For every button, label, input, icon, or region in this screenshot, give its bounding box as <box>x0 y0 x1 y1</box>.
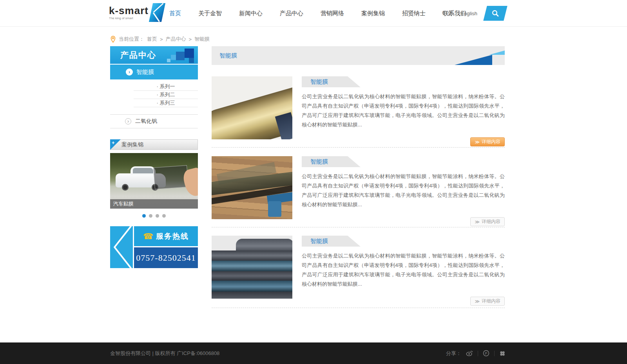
bullet: · <box>157 100 158 106</box>
divider <box>212 227 505 227</box>
triangle-decoration <box>489 50 505 55</box>
plus-icon: + <box>112 140 115 146</box>
telephone-icon: ☎ <box>143 232 153 241</box>
pixel-decoration <box>171 55 176 60</box>
pixel-decoration <box>167 59 170 62</box>
detail-button-label: 详细内容 <box>482 139 500 145</box>
hotline-right: ☎ 服务热线 0757-82502541 <box>134 226 198 268</box>
logo-tagline: The king of smart <box>109 16 149 20</box>
footer: 金智股份有限公司 | 版权所有 广ICP备:06006808 分享： P <box>0 342 627 364</box>
breadcrumb-label: 当前位置： <box>119 36 144 43</box>
carousel-dot-4[interactable] <box>162 214 166 218</box>
section-header: 智能膜 <box>212 46 505 65</box>
header: k-smart The king of smart 首页 关于金智 新闻中心 产… <box>0 0 627 27</box>
main-nav: 首页 关于金智 新闻中心 产品中心 营销网络 案例集锦 招贤纳士 联系我们 <box>169 0 466 27</box>
breadcrumb-current[interactable]: 智能膜 <box>194 36 210 43</box>
k-smart-mark-icon <box>110 226 133 268</box>
search-icon <box>491 9 499 17</box>
bullet: · <box>157 92 158 97</box>
logo-name: k-smart <box>109 5 149 16</box>
sidebar-subitem-series3[interactable]: · 系列三 <box>134 99 198 107</box>
product-title: 智能膜 <box>310 158 328 166</box>
double-arrow-icon: ≫ <box>475 219 480 225</box>
detail-button-label: 详细内容 <box>482 298 500 305</box>
carousel-dot-3[interactable] <box>156 214 159 218</box>
clover-icon[interactable] <box>499 350 506 357</box>
double-arrow-icon: ≫ <box>475 299 480 304</box>
nav-item-news[interactable]: 新闻中心 <box>239 10 263 17</box>
breadcrumb-separator: > <box>160 36 163 42</box>
arrow-circle-icon: › <box>126 68 133 76</box>
hotline-number-bar: 0757-82502541 <box>134 247 198 268</box>
detail-button[interactable]: ≫ 详细内容 <box>470 297 505 306</box>
pixel-decoration <box>176 52 185 60</box>
lang-separator: | <box>456 11 457 16</box>
detail-button[interactable]: ≫ 详细内容 <box>470 217 505 226</box>
product-title-tab: 智能膜 <box>302 76 361 87</box>
product-image-gold-film-roll[interactable] <box>212 76 292 139</box>
case-collection-title: 案例集锦 <box>121 141 143 148</box>
case-caption: 汽车贴膜 <box>110 199 198 209</box>
icon-separator <box>478 351 478 356</box>
sidebar-item-label: 二氧化钒 <box>135 118 157 125</box>
product-description: 公司主营业务是以二氧化钒为核心材料的智能节能贴膜，智能节能涂料，纳米粉体等。公司… <box>302 172 505 209</box>
hotline-title: 服务热线 <box>156 231 189 241</box>
page: k-smart The king of smart 首页 关于金智 新闻中心 产… <box>0 0 627 364</box>
nav-item-home[interactable]: 首页 <box>169 10 181 17</box>
detail-button[interactable]: ≫ 详细内容 <box>470 137 505 146</box>
pixel-decoration <box>189 58 194 63</box>
product-image-dark-film-rolls[interactable] <box>212 236 292 299</box>
case-collection-widget: + 案例集锦 汽车贴膜 <box>110 139 198 218</box>
sidebar-subitem-series1[interactable]: · 系列一 <box>134 83 198 91</box>
share-label: 分享： <box>446 350 461 357</box>
breadcrumb: 当前位置： 首页 > 产品中心 > 智能膜 <box>110 34 210 44</box>
product-title-tab: 智能膜 <box>302 236 361 247</box>
nav-item-marketing[interactable]: 营销网络 <box>321 10 344 17</box>
product-body: 智能膜 公司主营业务是以二氧化钒为核心材料的智能节能贴膜，智能节能涂料，纳米粉体… <box>302 156 505 219</box>
language-switch: 中文 | English <box>442 0 477 27</box>
case-collection-header: + 案例集锦 <box>110 139 198 150</box>
nav-item-about[interactable]: 关于金智 <box>198 10 222 17</box>
bullet: · <box>157 83 158 89</box>
nav-item-products[interactable]: 产品中心 <box>280 10 303 17</box>
arrow-circle-icon: › <box>125 118 131 124</box>
product-title-tab: 智能膜 <box>302 156 361 167</box>
breadcrumb-section[interactable]: 产品中心 <box>166 36 186 43</box>
triangle-decoration <box>455 55 492 65</box>
sidebar-subitem-series2[interactable]: · 系列二 <box>134 91 198 99</box>
icon-separator <box>494 351 495 356</box>
lang-chinese[interactable]: 中文 <box>442 10 452 17</box>
product-description: 公司主营业务是以二氧化钒为核心材料的智能节能贴膜，智能节能涂料，纳米粉体等。公司… <box>302 251 505 289</box>
section-title: 智能膜 <box>219 52 237 59</box>
nav-item-careers[interactable]: 招贤纳士 <box>402 10 426 17</box>
divider <box>212 308 505 308</box>
subitem-label: 系列三 <box>159 100 175 106</box>
product-body: 智能膜 公司主营业务是以二氧化钒为核心材料的智能节能贴膜，智能节能涂料，纳米粉体… <box>302 236 505 299</box>
film-illustration <box>268 201 281 217</box>
double-arrow-icon: ≫ <box>475 139 480 145</box>
pin-icon[interactable]: P <box>483 350 489 357</box>
pixel-decoration <box>185 49 194 58</box>
weibo-icon[interactable] <box>466 350 473 356</box>
divider <box>212 147 505 148</box>
share-bar: 分享： P <box>446 342 506 364</box>
product-body: 智能膜 公司主营业务是以二氧化钒为核心材料的智能节能贴膜，智能节能涂料，纳米粉体… <box>302 76 505 139</box>
search-button[interactable] <box>483 6 507 21</box>
nav-item-cases[interactable]: 案例集锦 <box>361 10 385 17</box>
sidebar-item-smart-film[interactable]: › 智能膜 <box>110 65 198 79</box>
breadcrumb-home[interactable]: 首页 <box>147 36 157 43</box>
carousel-dot-1[interactable] <box>142 214 146 218</box>
logo[interactable]: k-smart The king of smart <box>109 3 163 22</box>
product-item: 智能膜 公司主营业务是以二氧化钒为核心材料的智能节能贴膜，智能节能涂料，纳米粉体… <box>212 236 505 299</box>
case-carousel-image[interactable]: 汽车贴膜 <box>110 153 198 209</box>
sidebar-item-vanadium-dioxide[interactable]: › 二氧化钒 <box>110 114 198 128</box>
detail-button-label: 详细内容 <box>482 218 500 225</box>
main-content: 智能膜 智能膜 公司主营业务是以二氧化钒为核心材料的智能节能贴膜，智能节能涂料，… <box>212 46 505 65</box>
product-item: 智能膜 公司主营业务是以二氧化钒为核心材料的智能节能贴膜，智能节能涂料，纳米粉体… <box>212 76 505 139</box>
film-rolls-illustration <box>212 236 292 299</box>
product-title: 智能膜 <box>310 78 328 86</box>
lang-english[interactable]: English <box>460 11 477 16</box>
product-image-film-on-wood-floor[interactable] <box>212 156 292 219</box>
location-pin-icon <box>110 36 116 43</box>
carousel-dot-2[interactable] <box>149 214 152 218</box>
